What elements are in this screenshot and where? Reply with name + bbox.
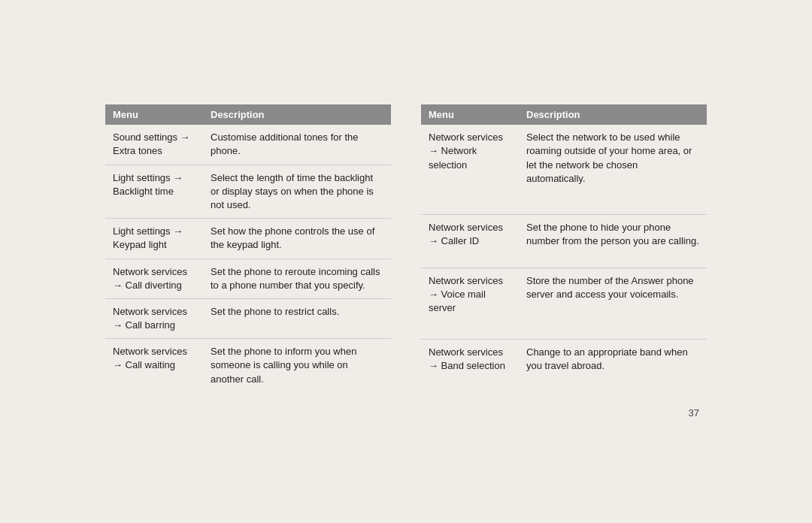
- menu-cell: Light settings → Keypad light: [105, 219, 203, 258]
- table-row: Network services → Call diverting Set th…: [105, 258, 391, 298]
- menu-cell: Network services → Call waiting: [105, 339, 203, 392]
- menu-cell: Network services → Caller ID: [421, 214, 519, 268]
- description-cell: Set how the phone controls the use of th…: [203, 219, 391, 258]
- table-row: Light settings → Backlight time Select t…: [105, 165, 391, 219]
- table-row: Network services → Network selection Sel…: [421, 125, 707, 214]
- description-cell: Set the phone to reroute incoming calls …: [203, 258, 391, 298]
- description-cell: Set the phone to inform you when someone…: [203, 339, 391, 392]
- table-row: Network services → Band selection Change…: [421, 339, 707, 391]
- table-row: Light settings → Keypad light Set how th…: [105, 219, 391, 258]
- table-row: Network services → Caller ID Set the pho…: [421, 214, 707, 268]
- page-container: Menu Description Sound settings → Extra …: [68, 104, 744, 419]
- menu-cell: Network services → Call diverting: [105, 258, 203, 298]
- right-table-header-menu: Menu: [421, 104, 519, 125]
- menu-cell: Light settings → Backlight time: [105, 165, 203, 219]
- menu-cell: Network services → Band selection: [421, 339, 519, 391]
- description-cell: Store the number of the Answer phone ser…: [519, 268, 707, 339]
- description-cell: Select the network to be used while roam…: [519, 125, 707, 214]
- tables-wrapper: Menu Description Sound settings → Extra …: [68, 104, 744, 392]
- left-table: Menu Description Sound settings → Extra …: [105, 104, 391, 392]
- description-cell: Change to an appropriate band when you t…: [519, 339, 707, 391]
- table-row: Network services → Call waiting Set the …: [105, 339, 391, 392]
- right-table: Menu Description Network services → Netw…: [421, 104, 707, 392]
- table-row: Network services → Voice mail server Sto…: [421, 268, 707, 339]
- menu-cell: Network services → Network selection: [421, 125, 519, 214]
- left-table-header-description: Description: [203, 104, 391, 125]
- menu-cell: Network services → Voice mail server: [421, 268, 519, 339]
- left-table-header-menu: Menu: [105, 104, 203, 125]
- menu-cell: Network services → Call barring: [105, 298, 203, 338]
- table-row: Sound settings → Extra tones Customise a…: [105, 125, 391, 165]
- menu-cell: Sound settings → Extra tones: [105, 125, 203, 165]
- table-row: Network services → Call barring Set the …: [105, 298, 391, 338]
- description-cell: Select the length of time the backlight …: [203, 165, 391, 219]
- description-cell: Set the phone to restrict calls.: [203, 298, 391, 338]
- description-cell: Customise additional tones for the phone…: [203, 125, 391, 165]
- page-number: 37: [689, 407, 744, 419]
- description-cell: Set the phone to hide your phone number …: [519, 214, 707, 268]
- right-table-header-description: Description: [519, 104, 707, 125]
